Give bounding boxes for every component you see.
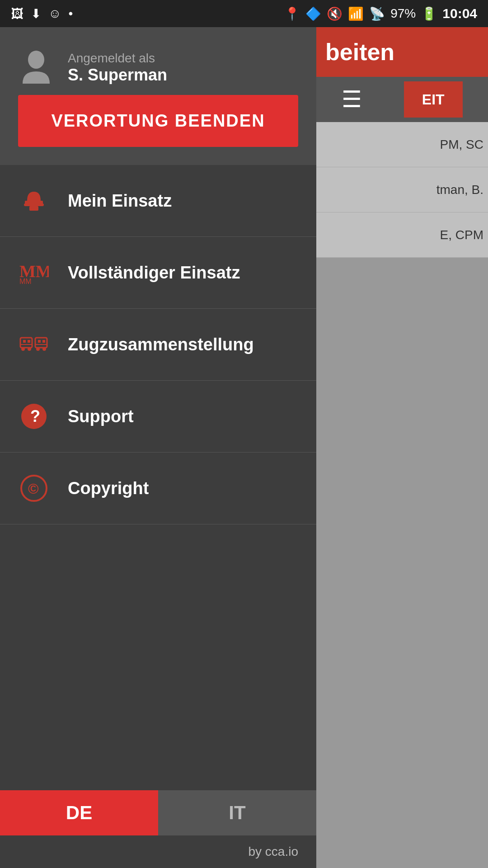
right-red-text: EIT [422, 91, 445, 108]
svg-text:M: M [28, 193, 34, 200]
copyright-circle-icon: © [18, 472, 50, 504]
navigation-drawer: Angemeldet als S. Superman VERORTUNG BEE… [0, 27, 316, 868]
firefighter-multi-icon: MM MM [18, 257, 50, 288]
svg-point-0 [28, 51, 44, 69]
svg-point-11 [21, 347, 25, 351]
mute-icon: 🔇 [327, 6, 343, 21]
right-background: beiten ☰ EIT PM, SC tman, B. E, CPM [316, 27, 488, 868]
lang-it-button[interactable]: IT [158, 790, 316, 835]
signal-icon: 📡 [369, 6, 385, 21]
right-list-row-3: E, CPM [316, 212, 488, 258]
right-toolbar: ☰ EIT [316, 77, 488, 122]
svg-rect-9 [28, 340, 30, 343]
right-list: PM, SC tman, B. E, CPM [316, 122, 488, 258]
status-bar: 🖼 ⬇ ☺ • 📍 🔷 🔇 📶 📡 97% 🔋 10:04 [0, 0, 488, 27]
status-time: 10:04 [442, 6, 477, 21]
smiley-icon: ☺ [48, 6, 61, 21]
firefighter-single-icon: M [18, 185, 50, 217]
right-header-text: beiten [325, 38, 394, 66]
right-list-row-2: tman, B. [316, 167, 488, 212]
svg-rect-3 [29, 206, 38, 211]
svg-rect-2 [24, 203, 44, 206]
username: S. Superman [68, 66, 167, 85]
svg-text:MM: MM [19, 278, 32, 285]
sidebar-item-vollstandiger-einsatz[interactable]: MM MM Vollständiger Einsatz [0, 237, 316, 309]
question-circle-icon: ? [18, 401, 50, 432]
battery-percent: 97% [390, 6, 416, 21]
bluetooth-icon: 🔷 [305, 6, 321, 21]
photo-icon: 🖼 [11, 6, 23, 21]
svg-point-17 [36, 347, 40, 351]
drawer-footer: by cca.io [0, 835, 316, 868]
mein-einsatz-label: Mein Einsatz [68, 191, 172, 211]
user-section: Angemeldet als S. Superman VERORTUNG BEE… [0, 27, 316, 165]
svg-rect-14 [38, 340, 41, 343]
end-location-button[interactable]: VERORTUNG BEENDEN [18, 95, 298, 147]
location-icon: 📍 [284, 6, 300, 21]
language-switcher: DE IT [0, 790, 316, 835]
sidebar-item-mein-einsatz[interactable]: M Mein Einsatz [0, 165, 316, 237]
train-icon [18, 329, 50, 360]
right-red-button: EIT [404, 81, 463, 118]
user-info: Angemeldet als S. Superman [18, 50, 298, 86]
user-text: Angemeldet als S. Superman [68, 51, 167, 85]
sidebar-item-copyright[interactable]: © Copyright [0, 453, 316, 524]
svg-rect-7 [20, 338, 32, 348]
svg-text:©: © [28, 481, 39, 497]
download-icon: ⬇ [31, 6, 41, 21]
battery-icon: 🔋 [421, 6, 437, 21]
status-icons-left: 🖼 ⬇ ☺ • [11, 6, 73, 21]
status-icons-right: 📍 🔷 🔇 📶 📡 97% 🔋 10:04 [284, 6, 477, 21]
svg-text:?: ? [30, 407, 40, 425]
sidebar-item-zugzusammenstellung[interactable]: Zugzusammenstellung [0, 309, 316, 381]
svg-rect-15 [42, 340, 45, 343]
lang-de-button[interactable]: DE [0, 790, 158, 835]
support-label: Support [68, 407, 134, 426]
svg-point-12 [28, 347, 31, 351]
sidebar-item-support[interactable]: ? Support [0, 381, 316, 453]
right-list-row-1: PM, SC [316, 122, 488, 167]
list-icon: ☰ [342, 86, 362, 113]
copyright-label: Copyright [68, 479, 149, 498]
menu-items: M Mein Einsatz MM MM Vollständiger Einsa… [0, 165, 316, 790]
svg-point-18 [42, 347, 46, 351]
svg-rect-13 [35, 338, 47, 348]
dot-icon: • [69, 6, 73, 21]
vollstandiger-einsatz-label: Vollständiger Einsatz [68, 263, 240, 283]
right-header: beiten [316, 27, 488, 77]
footer-text: by cca.io [249, 844, 299, 859]
logged-in-label: Angemeldet als [68, 51, 167, 66]
svg-rect-8 [23, 340, 26, 343]
avatar [18, 50, 54, 86]
wifi-icon: 📶 [348, 6, 364, 21]
zugzusammenstellung-label: Zugzusammenstellung [68, 335, 254, 354]
